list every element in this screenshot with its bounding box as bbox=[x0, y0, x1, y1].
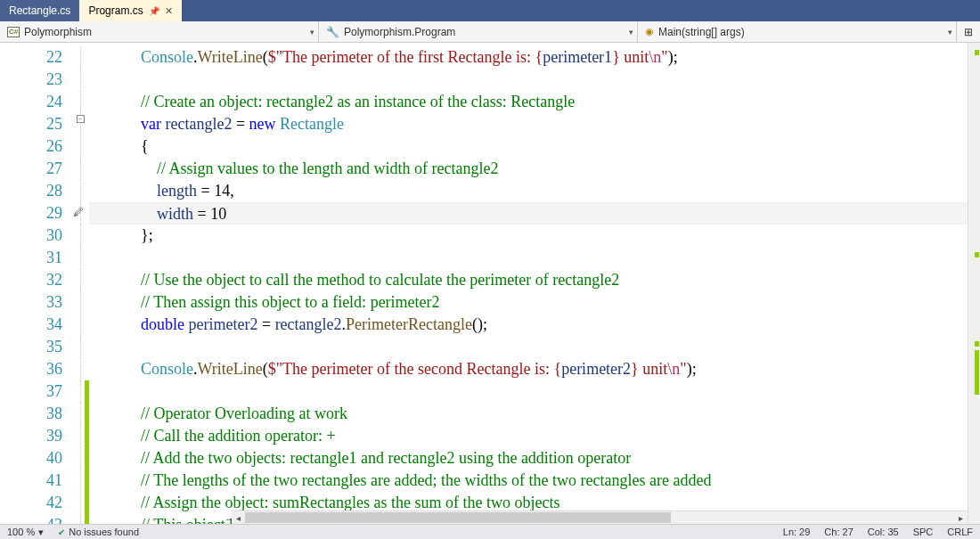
issues-label: No issues found bbox=[69, 527, 139, 537]
code-line[interactable]: // Add the two objects: rectangle1 and r… bbox=[89, 447, 980, 470]
chevron-down-icon: ▾ bbox=[948, 28, 952, 37]
code-line[interactable]: length = 14, bbox=[89, 180, 980, 202]
fold-cell bbox=[71, 291, 89, 314]
code-line[interactable]: width = 10 bbox=[89, 202, 980, 225]
issues-indicator[interactable]: ✔ No issues found bbox=[51, 527, 146, 537]
code-editor[interactable]: 2223242526272829303132333435363738394041… bbox=[0, 43, 980, 524]
fold-cell bbox=[71, 358, 89, 380]
line-number: 41 bbox=[0, 470, 62, 492]
change-marker bbox=[85, 447, 89, 470]
scroll-mark bbox=[975, 350, 979, 395]
tab-label: Program.cs bbox=[88, 4, 143, 17]
tab-rectangle-cs[interactable]: Rectangle.cs bbox=[0, 0, 79, 21]
line-indicator[interactable]: Ln: 29 bbox=[776, 527, 818, 537]
nav-method-dropdown[interactable]: ◉ Main(string[] args) ▾ bbox=[638, 21, 957, 42]
tab-program-cs[interactable]: Program.cs 📌 ✕ bbox=[79, 0, 181, 21]
code-line[interactable]: { bbox=[89, 135, 980, 158]
code-line[interactable]: // Operator Overloading at work bbox=[89, 403, 980, 425]
check-icon: ✔ bbox=[58, 527, 65, 537]
scroll-mark bbox=[975, 50, 979, 55]
method-icon: ◉ bbox=[645, 26, 654, 37]
code-line[interactable]: var rectangle2 = new Rectangle bbox=[89, 113, 980, 135]
line-number: 25 bbox=[0, 113, 62, 135]
line-number: 32 bbox=[0, 269, 62, 291]
fold-cell bbox=[71, 91, 89, 113]
chevron-down-icon: ▾ bbox=[310, 28, 314, 37]
scroll-thumb[interactable] bbox=[245, 512, 671, 523]
line-number: 39 bbox=[0, 425, 62, 447]
fold-cell bbox=[71, 69, 89, 91]
code-line[interactable] bbox=[89, 380, 980, 403]
spaces-indicator[interactable]: SPC bbox=[906, 527, 941, 537]
lineending-indicator[interactable]: CRLF bbox=[940, 527, 980, 537]
code-line[interactable] bbox=[89, 69, 980, 91]
zoom-label: 100 % bbox=[7, 527, 35, 537]
code-line[interactable]: Console.WriteLine($"The perimeter of the… bbox=[89, 358, 980, 380]
scroll-track[interactable] bbox=[245, 512, 954, 523]
code-line[interactable]: }; bbox=[89, 225, 980, 247]
file-tabs: Rectangle.cs Program.cs 📌 ✕ bbox=[0, 0, 980, 21]
change-marker bbox=[85, 403, 89, 425]
fold-cell bbox=[71, 180, 89, 202]
fold-cell: − bbox=[71, 113, 89, 135]
fold-cell bbox=[71, 225, 89, 247]
nav-namespace-label: Polymorphism bbox=[24, 26, 92, 38]
line-number: 27 bbox=[0, 158, 62, 180]
scroll-right-arrow[interactable]: ▸ bbox=[954, 513, 968, 523]
char-indicator[interactable]: Ch: 27 bbox=[817, 527, 860, 537]
zoom-level[interactable]: 100 % ▾ bbox=[0, 527, 51, 538]
line-number: 29 bbox=[0, 202, 62, 225]
vertical-scrollbar[interactable] bbox=[968, 43, 980, 524]
change-marker bbox=[85, 470, 89, 492]
nav-split-button[interactable]: ⊞ bbox=[957, 21, 980, 42]
tab-label: Rectangle.cs bbox=[9, 4, 70, 17]
quickaction-icon[interactable]: 🖉 bbox=[73, 206, 84, 218]
fold-cell bbox=[71, 314, 89, 336]
line-number: 30 bbox=[0, 225, 62, 247]
scroll-mark bbox=[975, 341, 979, 347]
code-line[interactable] bbox=[89, 336, 980, 358]
scroll-mark bbox=[975, 252, 979, 257]
line-number: 37 bbox=[0, 380, 62, 403]
nav-class-label: Polymorphism.Program bbox=[344, 26, 455, 38]
code-line[interactable]: // Call the addition operator: + bbox=[89, 425, 980, 447]
line-number-gutter: 2223242526272829303132333435363738394041… bbox=[0, 43, 71, 524]
code-line[interactable]: // Create an object: rectangle2 as an in… bbox=[89, 91, 980, 113]
line-number: 34 bbox=[0, 314, 62, 336]
class-icon: 🔧 bbox=[326, 26, 339, 38]
fold-cell bbox=[71, 269, 89, 291]
col-indicator[interactable]: Col: 35 bbox=[861, 527, 906, 537]
fold-cell bbox=[71, 158, 89, 180]
code-line[interactable] bbox=[89, 247, 980, 269]
fold-cell bbox=[71, 247, 89, 269]
code-line[interactable]: double perimeter2 = rectangle2.Perimeter… bbox=[89, 314, 980, 336]
code-line[interactable]: // The lengths of the two rectangles are… bbox=[89, 470, 980, 492]
horizontal-scrollbar[interactable]: ◂ ▸ bbox=[232, 510, 968, 524]
close-icon[interactable]: ✕ bbox=[165, 5, 173, 17]
fold-cell bbox=[71, 336, 89, 358]
line-number: 28 bbox=[0, 180, 62, 202]
fold-toggle[interactable]: − bbox=[77, 115, 85, 123]
line-number: 42 bbox=[0, 492, 62, 514]
line-number: 36 bbox=[0, 358, 62, 380]
line-number: 26 bbox=[0, 135, 62, 158]
pin-icon[interactable]: 📌 bbox=[149, 6, 159, 16]
fold-cell bbox=[71, 135, 89, 158]
status-bar: 100 % ▾ ✔ No issues found Ln: 29 Ch: 27 … bbox=[0, 524, 980, 539]
code-line[interactable]: Console.WriteLine($"The perimeter of the… bbox=[89, 46, 980, 69]
code-line[interactable]: // Assign values to the length and width… bbox=[89, 158, 980, 180]
line-number: 38 bbox=[0, 403, 62, 425]
code-area[interactable]: Console.WriteLine($"The perimeter of the… bbox=[89, 43, 980, 524]
code-line[interactable]: // Then assign this object to a field: p… bbox=[89, 291, 980, 314]
line-number: 24 bbox=[0, 91, 62, 113]
change-marker bbox=[85, 380, 89, 403]
scroll-left-arrow[interactable]: ◂ bbox=[232, 513, 245, 523]
nav-namespace-dropdown[interactable]: C# Polymorphism ▾ bbox=[0, 21, 319, 42]
chevron-down-icon: ▾ bbox=[629, 28, 633, 37]
chevron-down-icon: ▾ bbox=[38, 527, 44, 538]
code-line[interactable]: // Use the object to call the method to … bbox=[89, 269, 980, 291]
nav-class-dropdown[interactable]: 🔧 Polymorphism.Program ▾ bbox=[319, 21, 638, 42]
fold-cell bbox=[71, 46, 89, 69]
line-number: 22 bbox=[0, 46, 62, 69]
csharp-icon: C# bbox=[7, 27, 20, 37]
